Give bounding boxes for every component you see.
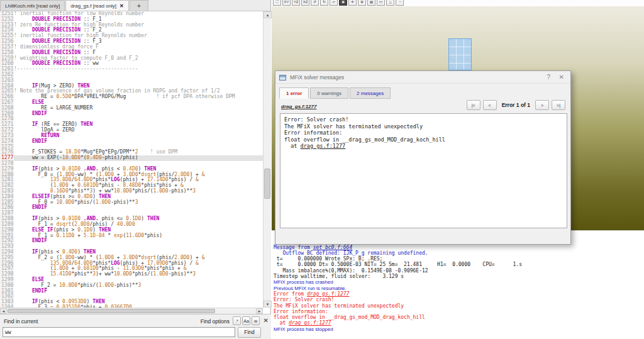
whole-word-button[interactable]: w — [252, 316, 260, 325]
code-text: ! inertial function for high Reynolds nu… — [14, 33, 147, 38]
dialog-title-bar[interactable]: MFiX solver messages ? ✕ — [275, 71, 570, 84]
code-segment: 8.16D0 — [50, 188, 69, 194]
code-segment: ) + — [189, 172, 201, 177]
scroll-left-icon[interactable]: ◄ — [0, 308, 7, 314]
camera-icon[interactable]: ◙ — [339, 0, 347, 6]
find-close-icon[interactable]: ✕ — [264, 317, 269, 324]
code-text: F_1 = 0.11D0 + 5.1D-04 * exp(11.6D0*phis… — [14, 233, 162, 238]
perspective-icon[interactable]: ▱ — [330, 0, 338, 6]
code-segment: 3 — [138, 282, 142, 288]
code-line[interactable]: 1274 ENDIF — [0, 139, 263, 145]
next-error-button[interactable]: > — [535, 100, 549, 110]
mesh-region-box[interactable] — [448, 38, 472, 70]
solver-console[interactable]: WROTE BOUNDARY IN VTK FILE : LHILLKOCH_b… — [272, 230, 644, 339]
code-segment: 8.48D0 — [123, 182, 141, 188]
previous-error-button[interactable]: < — [483, 100, 497, 110]
scroll-down-icon[interactable]: ▼ — [264, 301, 272, 308]
code-segment: -phis)** — [114, 282, 138, 288]
dialog-help-icon[interactable]: ? — [547, 74, 550, 81]
code-text: ELSE — [14, 277, 44, 282]
code-segment: + — [69, 265, 77, 271]
view-yz-icon[interactable]: YZ — [292, 0, 300, 6]
code-line[interactable]: 1301 ENDIF — [0, 289, 263, 294]
code-segment — [14, 38, 32, 44]
code-segment: ) — [138, 166, 145, 172]
error-navigation: |< < Error 1 of 1 > >| — [467, 100, 565, 110]
code-text: (1.0D0 + 0.681D0*phis - 8.48D0*phis*phis… — [14, 182, 184, 188]
tab-close-icon[interactable]: ✕ — [119, 3, 124, 9]
code-segment: 10.0D0 — [62, 155, 80, 160]
match-case-button[interactable]: Aa — [242, 316, 250, 325]
code-segment: 0.11D0 — [56, 233, 74, 238]
error-detail-line: The MFiX solver has terminated unexpecte… — [284, 123, 563, 130]
horizontal-scroll-thumb[interactable] — [8, 309, 215, 313]
editor-tab-1[interactable]: drag_gs.f [read only]✕ — [65, 0, 129, 11]
console-line: Timestep walltime, fluid solver: 3.129 s — [274, 274, 644, 279]
first-error-button[interactable]: |< — [467, 100, 480, 110]
dialog-tab-0[interactable]: 1 error — [279, 87, 309, 99]
code-segment: (phis) + — [120, 260, 147, 266]
error-source-link[interactable]: drag_gs.f:1277 — [281, 104, 316, 109]
code-segment: + — [69, 182, 77, 188]
code-line[interactable]: 1262 — [0, 72, 263, 78]
code-segment: 17.89D0 — [147, 260, 169, 266]
console-line: Error information: — [274, 309, 644, 314]
code-segment: ! zero Re function for high Reynolds num… — [14, 22, 144, 28]
geometry-icon[interactable]: ▤ — [367, 0, 375, 6]
code-segment: ! if pcf DPA otherwise DPM — [156, 94, 235, 99]
code-line[interactable]: 1292 ENDIF — [0, 238, 263, 244]
code-segment: 17.14D0 — [147, 177, 169, 182]
code-segment: & — [202, 172, 205, 177]
regex-button[interactable]: .* — [233, 316, 241, 325]
code-text: RE = 0.5D0*DPA*VREL*ROPG/Mug ! if pcf DP… — [14, 94, 235, 99]
code-segment: dsqrt — [56, 221, 71, 227]
code-segment: RETURN — [41, 133, 59, 138]
vertical-scroll-thumb[interactable] — [264, 169, 270, 199]
dialog-close-icon[interactable]: ✕ — [559, 74, 564, 81]
wireframe-icon[interactable]: ⊕ — [358, 0, 366, 6]
code-segment: ! dimensionless drag force F — [14, 44, 99, 50]
last-error-button[interactable]: >| — [552, 100, 565, 110]
code-segment: -ww) * ( — [74, 172, 99, 177]
dialog-tab-1[interactable]: 0 warnings — [310, 87, 348, 99]
code-text: ELSEIF(phis >= 0.4D0) THEN — [14, 194, 111, 199]
code-line[interactable]: 1261!-----------------------------------… — [0, 67, 263, 72]
code-text: IF(phis > 0.01D0 .AND. phis <= 0.1D0) TH… — [14, 216, 159, 221]
code-segment: ) — [87, 299, 93, 304]
code-text: F_2 = (1.0D0-ww) * (1.0D0 + 3.0D0*dsqrt(… — [14, 255, 205, 260]
find-input[interactable] — [3, 327, 235, 337]
code-text: IF(phis < 0.4D0) THEN — [14, 249, 96, 255]
view-xz-icon[interactable]: XZ — [301, 0, 309, 6]
code-segment: 0.4D0 — [87, 155, 102, 160]
visibility-icon[interactable]: ◔ — [396, 0, 404, 6]
error-detail-line: float overflow in __drag_gs_mod_MOD_drag… — [284, 136, 563, 143]
scroll-right-icon[interactable]: ► — [256, 308, 263, 314]
dialog-tab-2[interactable]: 2 messages — [350, 87, 391, 99]
code-segment: *phis** — [69, 188, 90, 194]
horizontal-scrollbar[interactable]: ◄ ► — [0, 308, 263, 314]
code-text: IF(phis > 0.01D0 .AND. phis < 0.4D0) THE… — [14, 166, 156, 172]
mesh-icon[interactable]: △ — [386, 0, 394, 6]
view-xy-icon[interactable]: XY — [282, 0, 291, 6]
regions-icon[interactable]: ▭ — [377, 0, 385, 6]
code-line[interactable]: 1286 ENDIF — [0, 205, 263, 211]
console-segment: Timestep walltime, fluid solver: 3.129 s — [274, 274, 404, 279]
code-line[interactable]: 1277 ww = EXP(-10.0D0*(0.4D0-phis)/phis) — [0, 155, 263, 161]
error-detail-panel[interactable]: Error: Solver crash!The MFiX solver has … — [280, 113, 567, 228]
rotate-right-icon[interactable]: ↻ — [320, 0, 328, 6]
code-editor[interactable]: 1251! inertial function for low Reynolds… — [0, 11, 263, 308]
code-segment — [14, 260, 50, 266]
editor-tab-0[interactable]: LhillKoch.mfx [read only] — [0, 0, 65, 11]
find-button[interactable]: Find — [238, 327, 261, 338]
scroll-up-icon[interactable]: ▲ — [264, 11, 272, 18]
rotate-left-icon[interactable]: ↺ — [311, 0, 319, 6]
code-line[interactable]: 1269 ENDIF — [0, 111, 263, 117]
axes-icon[interactable]: ✛ — [348, 0, 357, 6]
vertical-scrollbar[interactable]: ▲ ▼ — [263, 11, 271, 308]
code-segment: DOUBLE PRECISION — [32, 50, 80, 55]
reset-view-icon[interactable]: ⛶ — [273, 0, 281, 6]
new-tab-button[interactable]: + — [130, 0, 148, 11]
code-segment: exp — [114, 233, 123, 238]
code-segment — [14, 138, 32, 144]
code-segment: 0.01D0 — [62, 216, 80, 221]
